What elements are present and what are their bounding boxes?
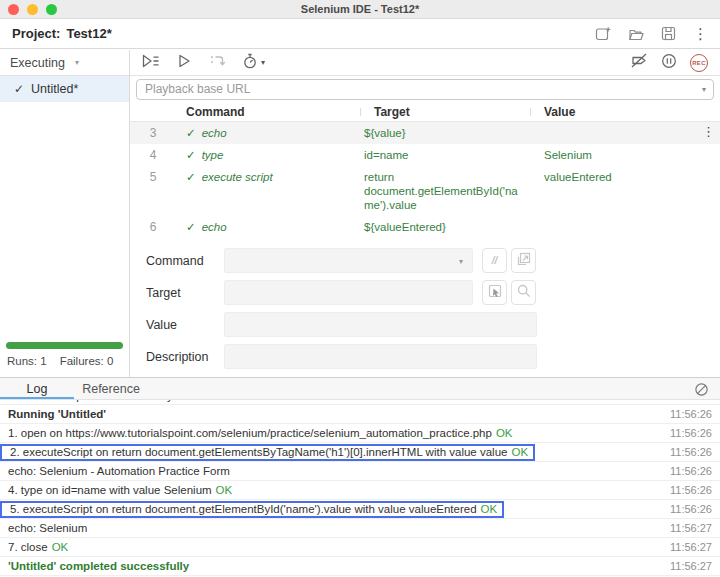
ok-status-badge: OK	[481, 503, 498, 515]
log-timestamp: 11:56:26	[670, 484, 712, 496]
window-titlebar: Selenium IDE - Test12*	[0, 0, 720, 19]
playback-url-row: ▾	[130, 76, 720, 102]
ok-status-badge: OK	[216, 484, 233, 496]
row-number: 3	[130, 126, 176, 140]
record-button[interactable]: REC	[690, 54, 708, 72]
disable-breakpoints-icon	[630, 53, 648, 72]
chevron-down-icon: ▾	[261, 58, 265, 67]
toggle-comment-button[interactable]: //	[482, 248, 507, 273]
open-project-button[interactable]	[628, 27, 644, 41]
value-column-header: Value	[534, 105, 720, 119]
circle-slash-icon	[694, 383, 709, 400]
tab-reference[interactable]: Reference	[74, 378, 148, 399]
log-message: echo: Selenium	[8, 522, 87, 534]
log-entry: 1. open on https://www.tutorialspoint.co…	[0, 424, 720, 443]
traffic-lights	[8, 4, 57, 15]
minimize-window-button[interactable]	[27, 4, 38, 15]
command-name: echo	[202, 220, 227, 234]
log-message: 7. close	[8, 541, 48, 553]
more-options-button[interactable]: ⋮	[693, 26, 708, 41]
folder-icon	[628, 27, 644, 41]
command-form: Command ▾ // Target	[130, 235, 720, 376]
pause-icon	[661, 53, 677, 73]
clear-log-button[interactable]	[694, 382, 709, 401]
check-icon: ✓	[186, 126, 196, 140]
find-target-button[interactable]	[511, 280, 536, 305]
row-menu-button[interactable]: ⋮	[702, 125, 715, 139]
run-stats: Runs: 1 Failures: 0	[7, 355, 113, 367]
close-window-button[interactable]	[8, 4, 19, 15]
command-name: execute script	[202, 170, 273, 184]
new-project-button[interactable]	[595, 26, 611, 41]
value-field-label: Value	[146, 318, 224, 332]
project-bar: Project: Test12*	[0, 19, 720, 49]
log-message: 5. executeScript on return document.getE…	[10, 503, 477, 515]
test-name: Untitled*	[31, 82, 78, 96]
run-all-icon	[142, 54, 160, 72]
sidebar-item-untitled[interactable]: ✓ Untitled*	[0, 76, 129, 102]
save-project-button[interactable]	[661, 26, 676, 41]
tests-dropdown[interactable]: Executing ▾	[0, 50, 129, 76]
log-panel: Log Reference 'Untitled' completed succe…	[0, 377, 720, 577]
check-icon: ✓	[186, 220, 196, 234]
target-column-header: Target	[364, 105, 534, 119]
description-field-label: Description	[146, 350, 224, 364]
target-input[interactable]	[224, 280, 473, 305]
ok-status-badge: OK	[511, 446, 528, 458]
run-current-test-button[interactable]	[178, 54, 191, 72]
command-row[interactable]: 4 ✓ type id=name Selenium ⋮	[130, 144, 720, 166]
value-input[interactable]	[224, 312, 537, 337]
command-select[interactable]: ▾	[224, 248, 473, 273]
command-target: return document.getElementById('name').v…	[364, 170, 534, 212]
log-timestamp: 11:56:26	[670, 408, 712, 420]
log-list: 'Untitled' completed successfully OK Run…	[0, 400, 720, 577]
search-icon	[516, 283, 532, 303]
command-name: echo	[202, 126, 227, 140]
open-window-icon	[516, 251, 532, 271]
log-timestamp: 11:56:27	[670, 541, 712, 553]
command-row[interactable]: 6 ✓ echo ${valueEntered} ⋮	[130, 216, 720, 235]
command-target: id=name	[364, 148, 534, 162]
main-content: ▾	[130, 50, 720, 377]
check-icon: ✓	[186, 170, 196, 184]
tests-dropdown-label: Executing	[10, 56, 65, 70]
command-row[interactable]: 3 ✓ echo ${value} ⋮	[130, 122, 720, 144]
playback-base-url-input[interactable]	[136, 79, 714, 100]
log-timestamp: 11:56:27	[670, 522, 712, 534]
window-title: Selenium IDE - Test12*	[301, 3, 419, 15]
row-number: 4	[130, 148, 176, 162]
command-name: type	[202, 148, 224, 162]
command-row[interactable]: 5 ✓ execute script return document.getEl…	[130, 166, 720, 216]
zoom-window-button[interactable]	[46, 4, 57, 15]
target-field-label: Target	[146, 286, 224, 300]
log-entry: 2. executeScript on return document.getE…	[0, 443, 720, 462]
select-target-button[interactable]	[482, 280, 507, 305]
command-column-header: Command	[176, 105, 364, 119]
open-new-window-button[interactable]	[511, 248, 536, 273]
step-over-button[interactable]	[209, 54, 225, 72]
check-icon: ✓	[14, 82, 24, 96]
log-message: 1. open on https://www.tutorialspoint.co…	[8, 427, 492, 439]
disable-breakpoints-button[interactable]	[630, 53, 648, 72]
log-entry: echo: Selenium OK 11:56:27	[0, 519, 720, 538]
selenium-ide-window: Selenium IDE - Test12* Project: Test12*	[0, 0, 720, 577]
log-entry: 5. executeScript on return document.getE…	[0, 500, 720, 519]
description-input[interactable]	[224, 344, 537, 369]
test-speed-button[interactable]: ▾	[243, 53, 265, 73]
log-entry: echo: Selenium - Automation Practice For…	[0, 462, 720, 481]
project-actions: ⋮	[595, 26, 708, 41]
pause-on-exceptions-button[interactable]	[661, 53, 677, 73]
row-number: 5	[130, 170, 176, 184]
log-message: 4. type on id=name with value Selenium	[8, 484, 212, 496]
tab-log[interactable]: Log	[0, 378, 74, 399]
log-timestamp: 11:56:26	[670, 465, 712, 477]
log-message: 2. executeScript on return document.getE…	[10, 446, 507, 458]
check-icon: ✓	[186, 148, 196, 162]
run-progress-bar	[6, 342, 123, 349]
runs-count: Runs: 1	[7, 355, 47, 367]
tests-sidebar: Executing ▾ ✓ Untitled* Runs: 1 Failures…	[0, 50, 130, 377]
ok-status-badge: OK	[52, 541, 69, 553]
run-all-tests-button[interactable]	[142, 54, 160, 72]
log-message: echo: Selenium - Automation Practice For…	[8, 465, 230, 477]
project-name: Test12*	[66, 26, 111, 41]
